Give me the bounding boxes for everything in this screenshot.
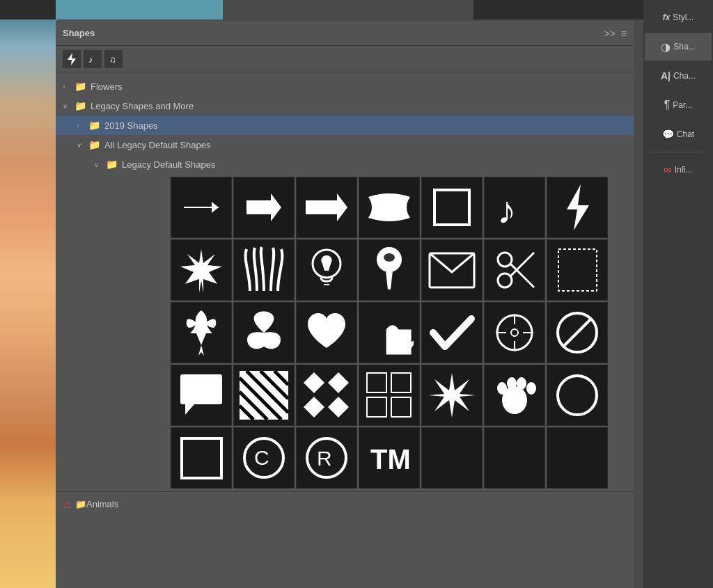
- svg-text:♫: ♫: [109, 54, 116, 65]
- shape-ornament[interactable]: [233, 302, 295, 363]
- svg-point-50: [507, 377, 517, 390]
- shape-lightning[interactable]: [547, 177, 608, 238]
- svg-text:TM: TM: [370, 444, 411, 475]
- shape-solid-arrow[interactable]: [296, 177, 357, 238]
- svg-point-19: [498, 273, 512, 287]
- shape-heart[interactable]: [296, 302, 357, 363]
- label-all-legacy: All Legacy Default Shapes: [104, 140, 210, 150]
- background-photo: [0, 19, 57, 588]
- svg-marker-5: [246, 193, 281, 221]
- tab-char[interactable]: A| Cha...: [645, 62, 712, 90]
- lightning-tool[interactable]: [63, 50, 81, 68]
- svg-rect-22: [558, 249, 597, 291]
- expand-icon[interactable]: >>: [604, 28, 615, 39]
- svg-text:♪: ♪: [88, 54, 93, 65]
- shape-starburst[interactable]: [171, 239, 232, 301]
- svg-marker-0: [68, 53, 76, 65]
- panel-header-icons: >> ≡: [604, 28, 627, 39]
- svg-rect-7: [434, 190, 469, 225]
- shape-puzzle[interactable]: [359, 302, 420, 363]
- shape-music-note[interactable]: ♪: [484, 177, 545, 238]
- svg-point-52: [526, 382, 536, 395]
- svg-marker-10: [180, 249, 222, 293]
- shape-circle[interactable]: [547, 365, 608, 426]
- warning-icon: ⚠: [63, 499, 72, 510]
- label-legacy: Legacy Shapes and More: [91, 101, 194, 111]
- svg-point-53: [558, 376, 597, 415]
- tab-para-label: Par...: [673, 100, 692, 110]
- svg-point-16: [384, 253, 395, 262]
- shape-square2[interactable]: [171, 427, 232, 488]
- svg-rect-54: [182, 438, 221, 478]
- tab-shapes[interactable]: ◑ Sha...: [645, 33, 712, 61]
- shape-grass[interactable]: [233, 239, 295, 301]
- shape-trademark[interactable]: TM: [359, 427, 420, 488]
- svg-rect-43: [367, 373, 386, 392]
- shape-copyright[interactable]: C: [233, 427, 295, 488]
- svg-marker-4: [212, 202, 219, 213]
- tab-infi[interactable]: ∞ Infi...: [645, 156, 712, 184]
- label-flowers: Flowers: [91, 81, 123, 92]
- shape-checkmark[interactable]: [421, 302, 483, 363]
- infi-icon: ∞: [664, 164, 671, 176]
- panel-header: Shapes >> ≡: [56, 21, 634, 46]
- svg-rect-45: [367, 397, 386, 417]
- shape-pushpin[interactable]: [359, 239, 420, 301]
- shape-starburst2[interactable]: [421, 365, 483, 426]
- shape-toolbar: ♪ ♫: [56, 46, 634, 72]
- shapes-icon: ◑: [661, 40, 671, 54]
- arrow-flowers: ›: [63, 83, 71, 90]
- folder-icon-legacy: 📁: [75, 100, 86, 111]
- svg-marker-15: [386, 271, 393, 289]
- tab-chat-label: Chat: [677, 129, 694, 139]
- shape-scissors[interactable]: [484, 239, 545, 301]
- tree-item-animals[interactable]: ⚠ 📁 Animals: [56, 491, 634, 516]
- tree-item-legacy-default[interactable]: ∨ 📁 Legacy Default Shapes: [56, 154, 634, 174]
- shape-lightbulb[interactable]: [296, 239, 357, 301]
- tab-para[interactable]: ¶ Par...: [645, 91, 712, 119]
- shape-registered[interactable]: R: [296, 427, 357, 488]
- music-note-tool[interactable]: ♪: [84, 50, 102, 68]
- shape-grid-pattern[interactable]: [359, 365, 420, 426]
- chat-icon: 💬: [662, 129, 674, 140]
- svg-line-20: [510, 264, 534, 287]
- svg-point-51: [517, 377, 526, 390]
- arrow-all-legacy: ∨: [77, 141, 85, 149]
- shape-empty-3[interactable]: [547, 427, 608, 488]
- svg-rect-46: [391, 397, 411, 417]
- tab-fx-label: Styl...: [673, 13, 694, 22]
- shape-diagonal-stripes[interactable]: [233, 365, 295, 426]
- shape-square[interactable]: [421, 177, 483, 238]
- shape-diamonds-pattern[interactable]: [296, 365, 357, 426]
- shapes-panel: Shapes >> ≡ ♪ ♫ › 📁 Flowers ∨ 📁 Legacy S: [56, 21, 634, 588]
- svg-line-30: [563, 319, 591, 347]
- shape-empty-2[interactable]: [484, 427, 545, 488]
- shape-postage-stamp[interactable]: [547, 239, 608, 301]
- para-icon: ¶: [664, 99, 671, 111]
- tree-item-all-legacy[interactable]: ∨ 📁 All Legacy Default Shapes: [56, 135, 634, 154]
- shape-empty-1[interactable]: [421, 427, 483, 488]
- music-note2-tool[interactable]: ♫: [104, 50, 123, 68]
- shape-thin-arrow[interactable]: [171, 177, 232, 238]
- shape-paw-print[interactable]: [484, 365, 545, 426]
- shape-grid-container: ♪: [56, 174, 634, 491]
- tab-chat[interactable]: 💬 Chat: [645, 120, 712, 148]
- shape-grid: ♪: [171, 177, 627, 488]
- tree-item-flowers[interactable]: › 📁 Flowers: [56, 77, 634, 96]
- shape-no-symbol[interactable]: [547, 302, 608, 363]
- shape-envelope[interactable]: [421, 239, 483, 301]
- tree-item-2019[interactable]: › 📁 2019 Shapes: [56, 116, 634, 135]
- shape-banner[interactable]: [359, 177, 420, 238]
- right-sidebar: fx Styl... ◑ Sha... A| Cha... ¶ Par... 💬…: [643, 0, 713, 588]
- menu-icon[interactable]: ≡: [621, 28, 627, 39]
- shape-speech-bubble[interactable]: [171, 365, 232, 426]
- shape-crosshair[interactable]: [484, 302, 545, 363]
- top-strip: [56, 0, 473, 19]
- shape-fleur-de-lis[interactable]: [171, 302, 232, 363]
- svg-text:♪: ♪: [497, 189, 517, 230]
- sidebar-separator: [650, 152, 706, 152]
- shape-arrow-right[interactable]: [233, 177, 295, 238]
- svg-rect-44: [391, 373, 411, 392]
- tab-fx[interactable]: fx Styl...: [645, 3, 712, 31]
- tree-item-legacy[interactable]: ∨ 📁 Legacy Shapes and More: [56, 96, 634, 116]
